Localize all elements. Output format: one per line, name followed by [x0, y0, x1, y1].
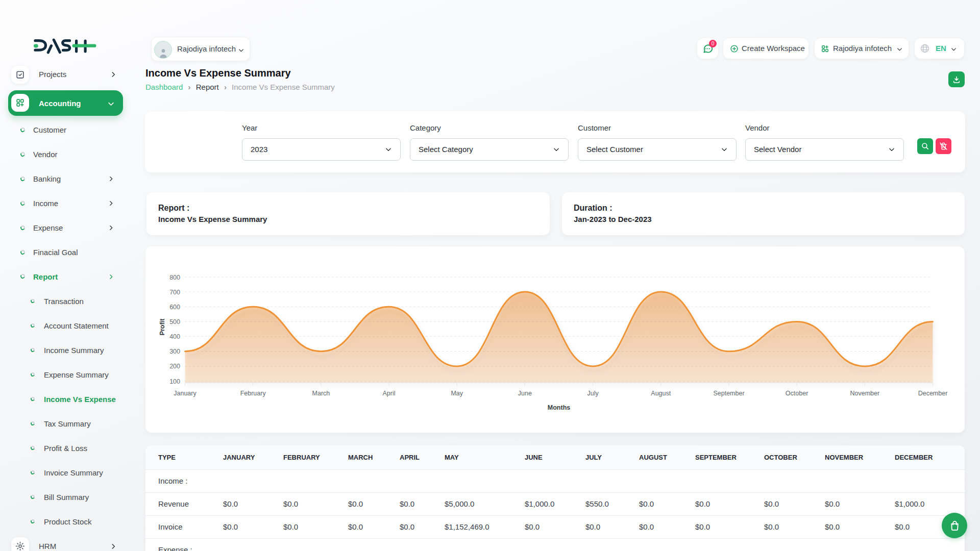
svg-text:November: November — [850, 390, 879, 397]
svg-text:October: October — [786, 390, 808, 397]
svg-text:100: 100 — [169, 378, 180, 385]
svg-text:May: May — [451, 390, 463, 397]
svg-text:700: 700 — [169, 289, 180, 296]
svg-text:December: December — [918, 390, 948, 397]
svg-text:200: 200 — [169, 363, 180, 370]
svg-text:600: 600 — [169, 304, 180, 311]
svg-text:Profit: Profit — [159, 318, 166, 335]
svg-text:March: March — [312, 390, 330, 397]
svg-text:500: 500 — [169, 318, 180, 325]
svg-text:Months: Months — [548, 404, 570, 411]
svg-text:July: July — [587, 390, 599, 397]
svg-text:400: 400 — [169, 333, 180, 340]
svg-text:February: February — [240, 390, 266, 397]
svg-text:January: January — [174, 390, 197, 397]
svg-text:September: September — [713, 390, 744, 397]
svg-text:300: 300 — [169, 348, 180, 355]
svg-text:June: June — [518, 390, 532, 397]
svg-text:800: 800 — [169, 274, 180, 281]
svg-text:April: April — [382, 390, 395, 397]
svg-text:August: August — [651, 390, 671, 397]
